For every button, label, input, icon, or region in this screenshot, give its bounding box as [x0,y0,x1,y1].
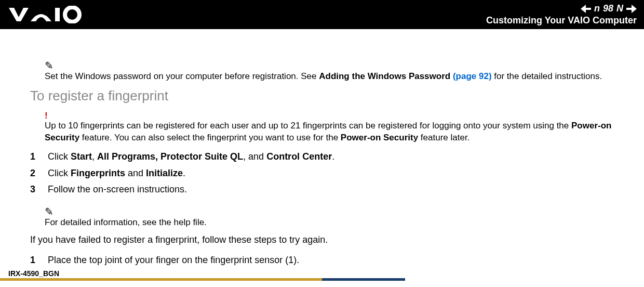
pencil-icon: ✎ [45,206,623,217]
list-item: 1 Click Start, All Programs, Protector S… [30,149,623,164]
step-text: Click Start, All Programs, Protector Sui… [48,149,334,164]
step-text: Click Fingerprints and Initialize. [48,166,185,181]
list-item: 2 Click Fingerprints and Initialize. [30,166,623,181]
warning-text: Up to 10 fingerprints can be registered … [45,120,623,144]
exclamation-icon: ! [45,111,623,120]
nav-n-left: n [594,3,600,14]
step-text: Follow the on-screen instructions. [48,182,187,197]
page-number: 98 [603,3,613,14]
section-title: Customizing Your VAIO Computer [486,15,637,26]
body-paragraph: If you have failed to register a fingerp… [30,233,623,247]
page-header: n 98 N Customizing Your VAIO Computer [0,0,644,29]
prev-page-arrow[interactable] [581,5,591,13]
pencil-icon: ✎ [45,60,623,71]
svg-rect-3 [585,8,591,10]
footer-bar-blue [322,278,405,281]
step-list-2: 1 Place the top joint of your finger on … [30,253,623,268]
step-list-1: 1 Click Start, All Programs, Protector S… [30,149,623,197]
note-1: ✎ Set the Windows password on your compu… [45,60,623,83]
svg-marker-5 [632,5,637,13]
footer-code: IRX-4590_BGN [8,269,59,278]
warning-1: ! Up to 10 fingerprints can be registere… [45,111,623,144]
note-1-text: Set the Windows password on your compute… [45,71,623,83]
svg-point-1 [65,7,79,22]
note-2: ✎ For detailed information, see the help… [45,206,623,229]
step-text: Place the top joint of your finger on th… [48,253,299,268]
vaio-logo [7,6,85,23]
list-item: 3 Follow the on-screen instructions. [30,182,623,197]
list-item: 1 Place the top joint of your finger on … [30,253,623,268]
page-content: ✎ Set the Windows password on your compu… [0,29,644,268]
page-nav: n 98 N [581,3,637,14]
section-heading: To register a fingerprint [30,88,623,104]
header-right: n 98 N Customizing Your VAIO Computer [486,3,637,26]
svg-rect-0 [55,8,60,21]
footer-bar-gold [0,278,322,281]
next-page-arrow[interactable] [626,5,637,13]
page-92-link[interactable]: (page 92) [453,71,492,81]
nav-n-right: N [616,3,623,14]
note-2-text: For detailed information, see the help f… [45,217,623,229]
